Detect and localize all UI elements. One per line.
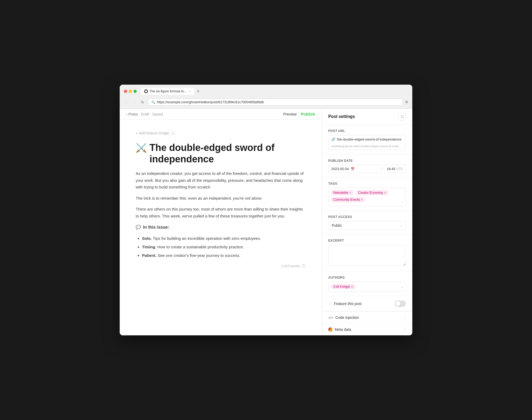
- back-to-posts-link[interactable]: ‹ Posts: [126, 112, 138, 116]
- traffic-light-red[interactable]: [124, 90, 127, 93]
- browser-chrome: The six-figure formula for creat × + ← →…: [120, 85, 412, 109]
- feature-post-toggle[interactable]: [395, 300, 406, 307]
- tag-newsletter-remove[interactable]: ×: [350, 191, 351, 194]
- title-text: The double-edged sword of independence: [149, 142, 306, 165]
- excerpt-wrapper: [328, 245, 406, 267]
- browser-menu-icon[interactable]: ≡: [405, 99, 408, 105]
- feature-post-toggle-row: ☆ Feature this post: [328, 300, 406, 307]
- tab-title: The six-figure formula for creat: [149, 89, 188, 93]
- body-p2-before: The trick is to remember this:: [136, 196, 188, 200]
- toolbar-left: ‹ Posts Draft - Saved: [126, 112, 163, 116]
- back-to-posts-label: Posts: [128, 112, 138, 116]
- meta-data-label: Meta data: [328, 327, 351, 332]
- tag-creator-economy-remove[interactable]: ×: [384, 191, 386, 194]
- refresh-btn[interactable]: ↻: [140, 100, 145, 104]
- url-text: https://example.com/ghost/#/editor/post/…: [157, 100, 264, 104]
- author-badge: Colt Kreiger ×: [331, 284, 356, 289]
- traffic-light-yellow[interactable]: [129, 90, 132, 93]
- tag-newsletter-label: Newsletter: [333, 191, 348, 195]
- post-url-label: Post URL: [328, 129, 406, 133]
- tag-creator-economy-label: Creator Economy: [358, 191, 383, 195]
- post-title[interactable]: ⚔️ The double-edged sword of independenc…: [136, 142, 306, 165]
- app-layout: ‹ Posts Draft - Saved Preview Publish + …: [120, 109, 412, 335]
- url-input-wrapper[interactable]: 🔗 the-double-edged-sword-of-independence…: [328, 135, 406, 150]
- tag-community-events-remove[interactable]: ×: [361, 198, 363, 201]
- body-paragraph-2: The trick is to remember this: even as a…: [136, 195, 306, 202]
- tag-newsletter: Newsletter ×: [331, 190, 354, 195]
- date-time-row: 2023-05-04 📅 18:45 UTC: [328, 165, 406, 173]
- publish-button[interactable]: Publish: [301, 112, 315, 116]
- browser-tab-active[interactable]: The six-figure formula for creat ×: [141, 88, 194, 95]
- post-url-section: Post URL 🔗 the-double-edged-sword-of-ind…: [322, 125, 412, 155]
- bullet-list: Solo. Tips for building an incredible op…: [136, 235, 306, 259]
- word-count: 1,010 words ?: [136, 264, 306, 268]
- code-injection-chevron: ›: [405, 316, 406, 319]
- post-access-label: Post access: [328, 215, 406, 219]
- author-remove-icon[interactable]: ×: [351, 285, 353, 288]
- url-input-row: 🔗 the-double-edged-sword-of-independence: [329, 135, 406, 143]
- tags-container[interactable]: Newsletter × Creator Economy × Community…: [328, 188, 406, 206]
- excerpt-textarea[interactable]: [328, 245, 406, 266]
- feature-post-section: ☆ Feature this post: [322, 296, 412, 311]
- feature-post-text: Feature this post: [334, 302, 361, 306]
- code-icon: </>: [328, 316, 333, 320]
- tab-close-btn[interactable]: ×: [189, 90, 191, 93]
- publish-date-label: Publish date: [328, 159, 406, 163]
- camera-icon: ◻: [171, 130, 175, 135]
- traffic-light-green[interactable]: [134, 90, 137, 93]
- preview-button[interactable]: Preview: [283, 112, 297, 116]
- bullet3-text: See one creator's five-year journey to s…: [157, 253, 240, 258]
- date-picker[interactable]: 2023-05-04 📅: [328, 165, 382, 173]
- meta-data-text: Meta data: [335, 327, 351, 332]
- traffic-lights: [124, 90, 137, 93]
- section-emoji: 💬: [136, 224, 141, 231]
- time-picker[interactable]: 18:45 UTC: [384, 165, 406, 173]
- tags-label: Tags: [328, 182, 406, 186]
- add-feature-image-btn[interactable]: + Add feature image ◻: [136, 130, 306, 135]
- bullet2-text: How to create a sustainable productivity…: [157, 245, 244, 249]
- settings-header: Post settings □: [322, 109, 412, 125]
- code-injection-label: </> Code injection: [328, 315, 359, 320]
- access-select[interactable]: Public ⌄: [328, 221, 406, 230]
- access-chevron-icon: ⌄: [400, 224, 402, 227]
- bullet-item-2: Timing. How to create a sustainable prod…: [142, 244, 306, 250]
- authors-section: Authors Colt Kreiger × ⌄: [322, 271, 412, 296]
- bullet-item-3: Patient. See one creator's five-year jou…: [142, 252, 306, 259]
- sidebar-close-btn[interactable]: □: [398, 113, 406, 120]
- new-tab-btn[interactable]: +: [195, 89, 201, 94]
- code-injection-text: Code injection: [335, 315, 359, 320]
- body-p2-italic: even as an independent, you're not alone…: [188, 196, 263, 200]
- browser-titlebar: The six-figure formula for creat × +: [120, 85, 412, 97]
- tags-section: Tags Newsletter × Creator Economy × Comm…: [322, 178, 412, 211]
- body-paragraph-1: As an independent creator, you get acces…: [136, 170, 306, 191]
- tab-favicon: [144, 89, 148, 93]
- post-body[interactable]: As an independent creator, you get acces…: [136, 170, 306, 258]
- editor-area: ‹ Posts Draft - Saved Preview Publish + …: [120, 109, 322, 335]
- time-value: 18:45: [387, 167, 396, 171]
- url-hint: marketing.ghost.is/the-double-edged-swor…: [329, 143, 406, 150]
- bullet1-text: Tips for building an incredible operatio…: [153, 236, 261, 241]
- code-injection-row[interactable]: </> Code injection ›: [322, 311, 412, 323]
- settings-panel-title: Post settings: [328, 114, 355, 119]
- address-bar[interactable]: 🔍 https://example.com/ghost/#/editor/pos…: [148, 98, 402, 106]
- bullet3-bold: Patient.: [142, 253, 156, 258]
- authors-input[interactable]: Colt Kreiger × ⌄: [328, 282, 406, 292]
- forward-btn[interactable]: →: [132, 100, 137, 104]
- search-icon: 🔍: [151, 100, 155, 104]
- back-btn[interactable]: ←: [124, 100, 129, 104]
- authors-chevron-icon: ⌄: [401, 285, 404, 289]
- access-value: Public: [332, 223, 342, 228]
- back-arrow-icon: ‹: [126, 112, 127, 116]
- excerpt-label: Excerpt: [328, 239, 406, 242]
- author-name: Colt Kreiger: [333, 285, 350, 289]
- draft-status-label: Draft - Saved: [141, 112, 163, 116]
- editor-content: + Add feature image ◻ ⚔️ The double-edge…: [120, 120, 322, 335]
- section-heading-text: In this issue:: [143, 224, 169, 231]
- word-count-help-icon: ?: [301, 264, 306, 268]
- meta-data-row[interactable]: Meta data ›: [322, 323, 412, 335]
- link-icon: 🔗: [331, 137, 335, 141]
- star-icon: ☆: [328, 302, 332, 306]
- tag-creator-economy: Creator Economy ×: [355, 190, 388, 195]
- post-url-value: the-double-edged-sword-of-independence: [337, 137, 403, 141]
- bullet2-bold: Timing.: [142, 245, 156, 249]
